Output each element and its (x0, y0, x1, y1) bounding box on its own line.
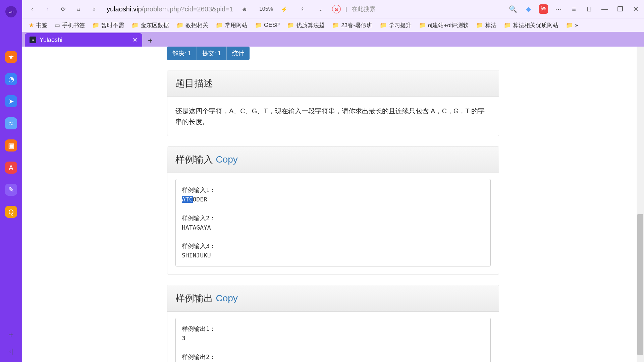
url-text: yulaoshi.vip/problem.php?cid=2603&pid=1 (107, 5, 233, 13)
bookmark-item[interactable]: 📁算法相关优质网站 (501, 20, 561, 31)
panel-sample-input: 样例输入 Copy 样例输入1： ATCODER 样例输入2： HATAGAYA… (167, 146, 499, 275)
sample-input-box[interactable]: 样例输入1： ATCODER 样例输入2： HATAGAYA 样例输入3： SH… (175, 179, 491, 266)
desc-body: 还是这四个字符，A、C、G、T，现在输入一段字符串，请你求出最长的且连续只包含 … (167, 97, 499, 136)
maximize-button[interactable]: ❐ (615, 4, 625, 14)
edit-icon[interactable]: ✎ (5, 184, 17, 196)
bookmark-label: 暂时不需 (101, 21, 124, 29)
output-title: 样例输出 (175, 293, 213, 303)
shopping-icon[interactable]: ⊔ (584, 4, 594, 14)
bookmark-label: 手机书签 (62, 21, 85, 29)
folder-icon: 📁 (419, 22, 426, 29)
sidebar-collapse-button[interactable]: ‹| (5, 345, 17, 357)
bookmarks-overflow[interactable]: 📁» (563, 20, 581, 30)
share-icon[interactable]: ➤ (5, 95, 17, 107)
folder-icon: 📁 (380, 22, 387, 29)
bookmarks-bar: ★书签▭手机书签📁暂时不需📁金东区数据📁教招相关📁常用网站📁GESP📁优质算法题… (22, 18, 644, 32)
bookmark-label: 书签 (36, 21, 47, 29)
star-icon: ★ (29, 22, 34, 29)
pdf-icon[interactable]: A (5, 162, 17, 174)
forward-button[interactable]: › (41, 2, 54, 16)
sidebar-add-button[interactable]: + (5, 328, 17, 341)
sogou-icon[interactable]: S (332, 5, 341, 13)
selected-text: ATC (182, 196, 193, 203)
bookmark-item[interactable]: 📁算法 (473, 20, 499, 31)
sample-output-box[interactable]: 样例输出1： 3 样例输出2： (175, 318, 491, 362)
reload-button[interactable]: ⟳ (56, 2, 70, 16)
extension-icon[interactable]: ◆ (523, 4, 533, 14)
bookmark-item[interactable]: 📁学习提升 (377, 20, 414, 31)
chart-icon[interactable]: ≈ (5, 117, 17, 129)
star-icon[interactable]: ★ (5, 51, 17, 63)
app-sidebar: wu ★◔➤≈▣A✎Q + ‹| (0, 0, 22, 362)
desc-title: 题目描述 (175, 78, 213, 88)
bookmark-label: 算法相关优质网站 (513, 21, 558, 29)
page-viewport: 解决: 1 提交: 1 统计 题目描述 还是这四个字符，A、C、G、T，现在输入… (22, 47, 644, 362)
folder-icon: 📁 (566, 22, 573, 29)
translate-icon[interactable]: 译 (539, 4, 548, 14)
bookmark-item[interactable]: 📁GESP (252, 20, 282, 30)
copy-output-button[interactable]: Copy (216, 293, 237, 303)
tab-close-button[interactable]: ✕ (132, 36, 138, 44)
folder-icon: 📁 (216, 22, 223, 29)
zoom-icon[interactable]: ⊕ (238, 2, 251, 16)
folder-icon: 📁 (476, 22, 483, 29)
search-icon[interactable]: Q (5, 206, 17, 218)
tab-active[interactable]: •• Yulaoshi ✕ (25, 33, 142, 47)
share-icon[interactable]: ⇪ (296, 2, 309, 16)
bookmark-item[interactable]: 📁暂时不需 (90, 20, 127, 31)
dropdown-icon[interactable]: ⌄ (314, 2, 327, 16)
bookmark-item[interactable]: 📁金东区数据 (129, 20, 172, 31)
avatar[interactable]: wu (5, 6, 17, 17)
panel-description: 题目描述 还是这四个字符，A、C、G、T，现在输入一段字符串，请你求出最长的且连… (167, 70, 499, 136)
address-bar[interactable]: yulaoshi.vip/problem.php?cid=2603&pid=1 … (103, 3, 506, 15)
more-icon[interactable]: ⋯ (553, 4, 564, 14)
tab-favicon: •• (30, 37, 36, 43)
copy-input-button[interactable]: Copy (216, 154, 237, 165)
menu-icon[interactable]: ≡ (569, 4, 579, 14)
stat-submit[interactable]: 提交: 1 (197, 47, 227, 60)
close-window-button[interactable]: ✕ (631, 4, 641, 14)
bookmark-label: 学习提升 (389, 21, 412, 29)
bookmark-label: 常用网站 (225, 21, 248, 29)
bookmark-label: 教招相关 (185, 21, 208, 29)
back-button[interactable]: ‹ (25, 2, 39, 16)
bookmark-item[interactable]: 📁23春-暑假班 (329, 20, 375, 31)
bookmark-item[interactable]: 📁优质算法题 (284, 20, 327, 31)
folder-icon: 📁 (287, 22, 294, 29)
gallery-icon[interactable]: ▣ (5, 139, 17, 152)
tab-strip: •• Yulaoshi ✕ + (22, 32, 644, 47)
folder-icon: 📁 (504, 22, 511, 29)
toolbar: ‹ › ⟳ ⌂ ☆ yulaoshi.vip/problem.php?cid=2… (22, 0, 644, 18)
bookmark-item[interactable]: ▭手机书签 (52, 20, 88, 31)
search-icon[interactable]: 🔍 (508, 4, 518, 14)
bookmark-item[interactable]: 📁oj建站+oi评测软 (416, 20, 471, 31)
problem-stats-pill: 解决: 1 提交: 1 统计 (167, 47, 250, 60)
favorite-button[interactable]: ☆ (87, 2, 101, 16)
panel-sample-output: 样例输出 Copy 样例输出1： 3 样例输出2： (167, 285, 499, 362)
minimize-button[interactable]: — (600, 4, 610, 14)
folder-icon: 📁 (92, 22, 99, 29)
stat-link[interactable]: 统计 (227, 47, 250, 60)
bookmark-label: 优质算法题 (296, 21, 325, 29)
search-placeholder: 在此搜索 (352, 5, 376, 13)
bookmark-item[interactable]: 📁常用网站 (213, 20, 250, 31)
new-tab-button[interactable]: + (144, 35, 156, 47)
folder-icon: 📁 (131, 22, 139, 29)
folder-icon: 📁 (332, 22, 339, 29)
input-title: 样例输入 (175, 154, 213, 165)
scrollbar-thumb[interactable] (637, 214, 643, 355)
stat-solved[interactable]: 解决: 1 (167, 47, 197, 60)
browser-chrome: ‹ › ⟳ ⌂ ☆ yulaoshi.vip/problem.php?cid=2… (22, 0, 644, 47)
flash-icon[interactable]: ⚡ (278, 2, 291, 16)
clock-icon[interactable]: ◔ (5, 73, 17, 85)
folder-icon: 📁 (255, 22, 262, 29)
phone-icon: ▭ (55, 22, 60, 29)
bookmark-item[interactable]: 📁教招相关 (174, 20, 211, 31)
scrollbar-track[interactable] (637, 47, 644, 362)
bookmark-label: oj建站+oi评测软 (428, 21, 469, 29)
bookmark-item[interactable]: ★书签 (26, 20, 50, 31)
bookmark-label: 23春-暑假班 (341, 21, 372, 29)
home-button[interactable]: ⌂ (72, 2, 85, 16)
bookmark-label: 金东区数据 (141, 21, 169, 29)
bookmark-label: 算法 (485, 21, 496, 29)
